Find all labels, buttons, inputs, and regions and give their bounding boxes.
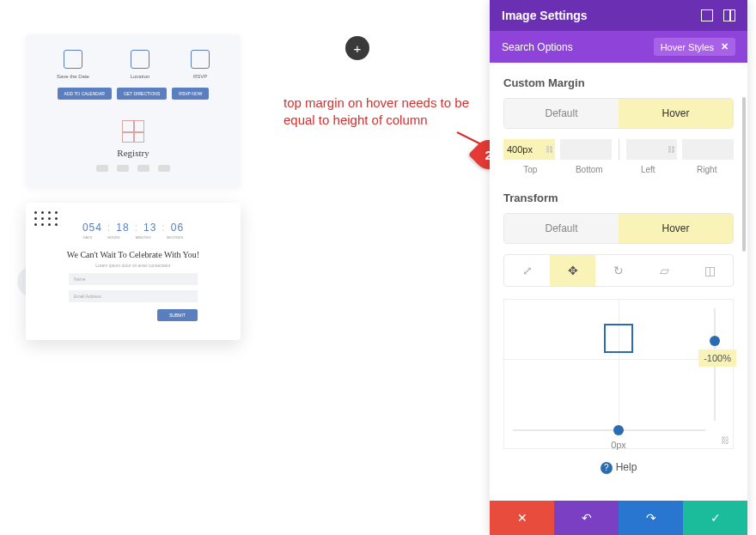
scale-icon[interactable]: ⤢	[504, 255, 550, 286]
form-field: Email Address	[69, 290, 198, 302]
panel-header: Image Settings	[490, 0, 747, 31]
undo-button[interactable]: ↶	[554, 501, 619, 535]
snap-icon[interactable]	[723, 9, 735, 21]
skew-icon[interactable]: ▱	[642, 255, 687, 286]
origin-icon[interactable]: ◫	[687, 255, 733, 286]
panel-footer: ✕ ↶ ↷ ✓	[490, 501, 747, 535]
panel-title: Image Settings	[502, 9, 588, 22]
search-options-label[interactable]: Search Options	[502, 41, 573, 53]
margin-right-input[interactable]	[682, 139, 734, 160]
vertical-slider-handle[interactable]	[710, 336, 720, 346]
margin-hover-tab[interactable]: Hover	[619, 99, 733, 128]
preview-icon-rsvp: RSVP	[191, 50, 210, 79]
transform-preview-box	[604, 324, 633, 353]
translate-icon[interactable]: ✥	[550, 255, 595, 286]
panel-subheader: Search Options Hover Styles ✕	[490, 31, 747, 63]
preview-pill: RSVP NOW	[172, 88, 209, 100]
cancel-button[interactable]: ✕	[490, 501, 554, 535]
preview-icon-location: Location	[131, 50, 150, 79]
transform-hover-tab[interactable]: Hover	[619, 214, 733, 243]
transform-title: Transform	[503, 192, 734, 204]
help-link[interactable]: ?Help	[503, 461, 734, 474]
save-button[interactable]: ✓	[683, 501, 747, 535]
settings-panel: Image Settings Search Options Hover Styl…	[490, 0, 747, 535]
preview-icon-date: Save the Date	[57, 50, 89, 79]
preview-pill: ADD TO CALENDAR	[58, 88, 112, 100]
link-icon[interactable]: ⛓	[546, 145, 553, 154]
page-preview: Save the Date Location RSVP ADD TO CALEN…	[26, 34, 241, 340]
preview-card-top: Save the Date Location RSVP ADD TO CALEN…	[26, 34, 241, 187]
wait-title: We Can't Wait To Celebrate With You!	[41, 250, 225, 259]
registry-title: Registry	[36, 148, 230, 158]
margin-bottom-input[interactable]	[560, 139, 612, 160]
gift-icon	[122, 120, 144, 143]
scrollbar[interactable]	[742, 97, 746, 252]
horizontal-value: 0px	[611, 440, 626, 450]
preview-card-bottom: 054: 18: 13: 06 DAYSHOURSMINUTESSECONDS …	[26, 203, 241, 340]
countdown: 054: 18: 13: 06	[41, 222, 225, 234]
redo-button[interactable]: ↷	[619, 501, 683, 535]
expand-icon[interactable]	[701, 9, 713, 21]
link-icon[interactable]: ⛓	[668, 145, 675, 154]
close-icon[interactable]: ✕	[721, 41, 729, 52]
transform-default-tab[interactable]: Default	[504, 214, 619, 243]
horizontal-slider-handle[interactable]	[613, 425, 624, 435]
submit-button: SUBMIT	[157, 309, 198, 321]
form-field: Name	[69, 273, 198, 285]
margin-state-toggle: Default Hover	[503, 98, 734, 129]
vertical-value: -100%	[698, 350, 736, 367]
hover-styles-tag[interactable]: Hover Styles ✕	[654, 38, 735, 56]
transform-canvas[interactable]: -100% 0px ⛓	[503, 299, 734, 449]
margin-labels: Top Bottom Left Right	[503, 165, 734, 174]
annotation-text: top margin on hover needs to be equal to…	[284, 94, 472, 128]
link-icon[interactable]: ⛓	[721, 435, 729, 445]
add-module-button[interactable]: +	[345, 36, 369, 60]
rotate-icon[interactable]: ↻	[595, 255, 641, 286]
transform-state-toggle: Default Hover	[503, 213, 734, 244]
custom-margin-title: Custom Margin	[503, 76, 734, 89]
transform-type-tabs: ⤢ ✥ ↻ ▱ ◫	[503, 254, 734, 287]
margin-default-tab[interactable]: Default	[504, 99, 619, 128]
preview-pill: GET DIRECTIONS	[117, 88, 167, 100]
help-icon: ?	[601, 462, 613, 474]
